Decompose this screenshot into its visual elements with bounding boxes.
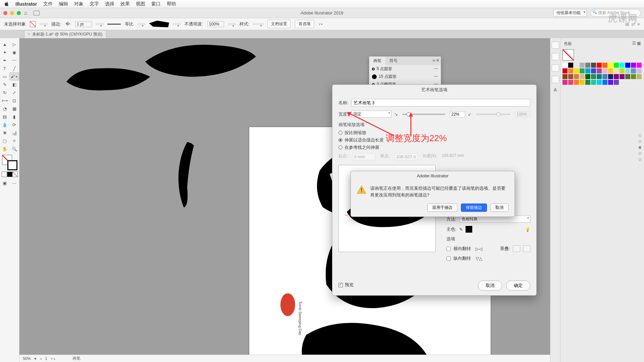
swatch[interactable] <box>591 74 596 79</box>
swatch[interactable] <box>568 80 573 85</box>
swatch[interactable] <box>625 74 630 79</box>
gradient-tool[interactable]: ▮ <box>10 113 19 121</box>
swatch[interactable] <box>574 68 579 73</box>
selection-tool[interactable]: ▲ <box>0 40 10 48</box>
edit-toolbar-icon[interactable]: ⋯ <box>10 179 19 187</box>
swatch[interactable] <box>562 80 568 85</box>
swatch[interactable] <box>585 74 590 79</box>
swatch[interactable] <box>620 68 625 73</box>
brush-definition-swatch[interactable] <box>149 21 169 27</box>
swatch[interactable] <box>585 63 590 68</box>
panel-menu-icon[interactable]: ≡ <box>637 21 640 27</box>
color-mode-icon[interactable] <box>2 172 7 177</box>
eyedropper-tool[interactable]: 💧 <box>0 121 10 129</box>
home-icon[interactable]: ⌂ <box>24 10 28 16</box>
swatch[interactable] <box>614 68 619 73</box>
tip-icon[interactable]: 💡 <box>525 227 530 232</box>
swatch[interactable] <box>637 63 642 68</box>
swatch[interactable] <box>602 74 607 79</box>
window-close-icon[interactable] <box>3 11 7 15</box>
list-view-icon[interactable]: ☰ <box>632 41 636 46</box>
menu-window[interactable]: 窗口 <box>151 1 161 7</box>
brush-item[interactable]: 5 点圆形〰 <box>369 65 441 73</box>
brush-name-input[interactable] <box>351 99 530 107</box>
swatches-fill-stroke[interactable] <box>562 49 574 61</box>
direct-selection-tool[interactable]: ▷ <box>10 40 19 48</box>
width-tool[interactable]: ⟷ <box>0 97 10 105</box>
swatch[interactable] <box>625 63 630 68</box>
swatch[interactable] <box>580 80 585 85</box>
character-panel-icon[interactable]: A <box>554 87 557 93</box>
nav-dot[interactable] <box>639 134 641 137</box>
swatch[interactable] <box>585 68 590 73</box>
swatch[interactable] <box>625 68 630 73</box>
flip-lr-icon[interactable]: ↘ <box>394 112 398 117</box>
shape-builder-tool[interactable]: ◔ <box>0 105 10 113</box>
swatch[interactable] <box>568 74 573 79</box>
profile-menu[interactable] <box>138 23 145 25</box>
width-percent-input[interactable] <box>450 111 465 117</box>
menu-file[interactable]: 文件 <box>43 1 53 7</box>
flip-rl-icon[interactable]: ↙ <box>468 112 472 117</box>
slice-tool[interactable]: ⌗ <box>10 137 19 145</box>
key-color-swatch[interactable] <box>466 226 472 233</box>
menu-edit[interactable]: 编辑 <box>59 1 68 7</box>
gradient-mode-icon[interactable] <box>7 172 12 177</box>
swatch[interactable] <box>620 63 625 68</box>
swatch[interactable] <box>631 63 636 68</box>
swatch[interactable] <box>568 68 573 73</box>
swatch[interactable] <box>608 63 613 68</box>
none-mode-icon[interactable] <box>12 172 18 177</box>
menu-type[interactable]: 文字 <box>90 1 99 7</box>
swatch[interactable] <box>574 63 579 68</box>
swatch[interactable] <box>614 74 619 79</box>
modal-cancel-button[interactable]: 取消 <box>490 203 508 212</box>
actions-panel-icon[interactable] <box>552 76 559 83</box>
width-mode-select[interactable]: 固定 <box>351 111 391 118</box>
flip-v-checkbox[interactable] <box>446 256 451 261</box>
overlap-opt-2[interactable] <box>523 245 530 252</box>
swatch[interactable] <box>562 68 568 73</box>
overlap-opt-1[interactable] <box>513 245 520 252</box>
swatch[interactable] <box>597 80 602 85</box>
preferences-button[interactable]: 首选项 <box>295 20 314 28</box>
arrange-docs-icon[interactable] <box>34 11 40 15</box>
nav-dot[interactable] <box>639 146 641 149</box>
type-tool[interactable]: T <box>0 64 10 72</box>
brushes-tab[interactable]: 画笔 <box>369 57 385 65</box>
libraries-panel-icon[interactable] <box>552 64 559 72</box>
doc-setup-button[interactable]: 文档设置 <box>267 20 291 28</box>
leave-strokes-button[interactable]: 保留描边 <box>461 203 487 212</box>
pen-tool[interactable]: ✒ <box>0 56 10 64</box>
window-zoom-icon[interactable] <box>17 11 21 15</box>
apple-icon[interactable] <box>4 1 9 7</box>
swatch[interactable] <box>597 63 602 68</box>
stroke-weight-input[interactable]: 1 pt <box>75 21 92 27</box>
swatch[interactable] <box>580 68 585 73</box>
ok-button[interactable]: 确定 <box>506 281 530 291</box>
swatch[interactable] <box>580 63 585 68</box>
hand-tool[interactable]: ✋ <box>0 145 10 153</box>
grid-view-icon[interactable]: ▦ <box>637 41 641 46</box>
style-menu[interactable] <box>253 23 263 25</box>
rectangle-tool[interactable]: ▭ <box>0 72 9 80</box>
graph-tool[interactable]: 📊 <box>10 129 19 137</box>
brush-def-menu[interactable] <box>173 23 180 25</box>
swatch[interactable] <box>602 68 607 73</box>
swatch[interactable] <box>614 63 619 68</box>
magic-wand-tool[interactable]: ✦ <box>0 48 10 56</box>
artboard-tool[interactable]: ▢ <box>0 137 10 145</box>
align-icon[interactable]: ⫞▾ <box>318 21 323 26</box>
menu-effect[interactable]: 效果 <box>120 1 130 7</box>
menu-select[interactable]: 选择 <box>105 1 114 7</box>
scale-proportional-radio[interactable]: 按比例缩放 <box>338 130 530 136</box>
properties-panel-icon[interactable] <box>552 42 559 49</box>
curvature-tool[interactable]: 〰 <box>10 56 19 64</box>
scale-tool[interactable]: ⤢ <box>10 88 19 97</box>
swatch[interactable] <box>580 74 585 79</box>
swatch[interactable] <box>631 74 636 79</box>
swatch[interactable] <box>597 74 602 79</box>
symbol-sprayer-tool[interactable]: ❋ <box>0 129 10 137</box>
stroke-weight-menu[interactable] <box>96 23 103 25</box>
uniform-label[interactable]: 等比 <box>125 21 133 27</box>
